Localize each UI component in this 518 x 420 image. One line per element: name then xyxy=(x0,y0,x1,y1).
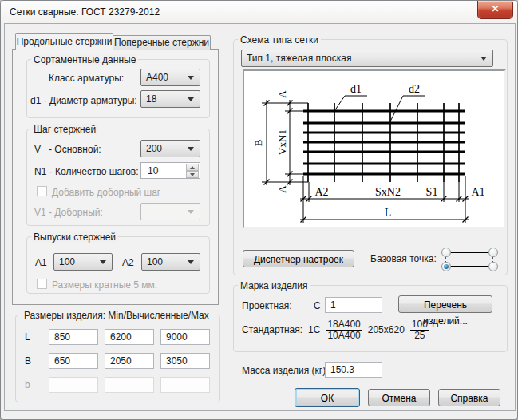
a1-combo[interactable]: 100 xyxy=(53,253,113,271)
dim-b-calc xyxy=(105,377,154,393)
group-step-title: Шаг стержней xyxy=(31,124,98,135)
n1-value: 10 xyxy=(148,165,158,176)
group-dimensions-title: Размеры изделия: Min/Вычисленные/Max xyxy=(22,310,212,321)
fraction-denominator: 25 xyxy=(410,331,429,341)
diagram-label-B: B xyxy=(252,139,264,146)
dim-b-max xyxy=(160,377,210,393)
dim-L-min[interactable] xyxy=(49,329,98,345)
group-scheme-title: Схема типа сетки xyxy=(238,34,321,46)
diagram-label-VxN1: VxN1 xyxy=(276,129,288,155)
d1-combo[interactable]: 18 xyxy=(140,90,200,108)
settings-manager-button[interactable]: Диспетчер настроек xyxy=(243,250,354,267)
base-point-radio-bottom-left[interactable] xyxy=(441,262,451,271)
a2-label: A2 xyxy=(122,257,134,268)
diagram-label-d1: d1 xyxy=(350,83,362,95)
diagram-label-d2: d2 xyxy=(409,83,420,95)
base-point-line-top xyxy=(451,252,489,253)
multiple5-checkbox xyxy=(37,279,47,289)
add-step-label: Добавить доборный шаг xyxy=(52,187,160,198)
mesh-diagram: d1 d2 xyxy=(244,71,504,227)
mesh-type-combo[interactable]: Тип 1, тяжелая плоская xyxy=(241,50,493,67)
ok-button[interactable]: ОК xyxy=(295,388,360,407)
chevron-down-icon xyxy=(188,210,194,214)
v-combo-value: 200 xyxy=(146,143,162,154)
d1-combo-value: 18 xyxy=(146,93,156,105)
project-label: Проектная: xyxy=(242,300,292,311)
v1-combo xyxy=(140,203,200,220)
class-combo-value: А400 xyxy=(146,72,168,83)
n1-label: N1 - Количество шагов: xyxy=(34,166,139,177)
help-button[interactable]: Справка xyxy=(438,389,500,406)
base-point-label: Базовая точка: xyxy=(370,253,437,264)
a1-label: A1 xyxy=(35,257,47,268)
group-mark-title: Марка изделия xyxy=(238,280,310,291)
standard-mark-line: Стандартная: 1С 18А400 10А400 205x620 10… xyxy=(242,319,429,341)
close-button[interactable]: ✕ xyxy=(477,1,513,19)
spin-up-icon[interactable] xyxy=(186,164,199,171)
fraction-numerator: 18А400 xyxy=(326,319,362,331)
group-sortament-title: Сортаментные данные xyxy=(31,54,138,65)
dim-L-max[interactable] xyxy=(160,329,210,345)
spin-down-icon[interactable] xyxy=(186,171,199,178)
project-mark-input[interactable] xyxy=(325,297,382,313)
diagram-panel: d1 d2 xyxy=(243,69,506,228)
v1-label: V1 - Доборный: xyxy=(34,207,103,218)
a2-combo-value: 100 xyxy=(147,256,163,267)
dim-B-calc[interactable] xyxy=(105,353,154,369)
d1-label: d1 - Диаметр арматуры: xyxy=(30,95,137,106)
n1-spinner[interactable]: 10 xyxy=(140,162,200,179)
mass-input[interactable] xyxy=(325,362,382,378)
chevron-down-icon xyxy=(100,260,106,264)
v-label: V - Основной: xyxy=(34,144,101,155)
chevron-down-icon xyxy=(188,97,194,101)
dim-B-max[interactable] xyxy=(160,353,210,369)
dim-L-calc[interactable] xyxy=(105,329,154,345)
standard-fraction-class: 18А400 10А400 xyxy=(326,319,362,341)
cancel-button[interactable]: Отмена xyxy=(368,389,430,406)
chevron-down-icon xyxy=(480,57,487,61)
diagram-label-A-top: A xyxy=(276,90,288,98)
diagram-label-L: L xyxy=(385,207,392,219)
window-title: Сетки сварные. ГОСТ 23279-2012 xyxy=(10,6,160,18)
dim-row-label: L xyxy=(25,331,30,343)
close-icon: ✕ xyxy=(491,3,499,14)
a2-combo[interactable]: 100 xyxy=(141,253,200,271)
diagram-label-A-bottom: A xyxy=(276,185,288,193)
chevron-down-icon xyxy=(188,147,194,151)
tab-transverse[interactable]: Поперечные стержни xyxy=(113,35,211,50)
dim-B-min[interactable] xyxy=(49,353,98,369)
diagram-label-SxN2: SxN2 xyxy=(375,186,401,198)
mass-label: Масса изделия (кг): xyxy=(242,365,329,376)
class-label: Класс арматуры: xyxy=(49,73,124,84)
v-combo[interactable]: 200 xyxy=(140,140,200,157)
product-list-button[interactable]: Перечень изделий... xyxy=(398,295,492,313)
project-prefix: C xyxy=(314,300,321,311)
a1-combo-value: 100 xyxy=(59,256,75,267)
dim-b-min xyxy=(49,377,98,393)
fraction-denominator: 10А400 xyxy=(326,331,362,341)
chevron-down-icon xyxy=(188,260,194,264)
standard-label: Стандартная: xyxy=(242,324,302,335)
add-step-checkbox xyxy=(37,186,47,196)
standard-size: 205x620 xyxy=(368,324,405,335)
chevron-down-icon xyxy=(188,76,194,80)
standard-fraction-outlets: 100 25 xyxy=(410,319,429,341)
diagram-label-A2: A2 xyxy=(314,186,328,198)
dialog-window: Сетки сварные. ГОСТ 23279-2012 ✕ Продоль… xyxy=(0,0,518,420)
titlebar: Сетки сварные. ГОСТ 23279-2012 ✕ xyxy=(1,1,517,23)
tab-longitudinal[interactable]: Продольные стержни xyxy=(15,33,113,50)
diagram-label-S1: S1 xyxy=(426,186,438,198)
base-point-radio-top-right[interactable] xyxy=(488,248,498,257)
base-point-line-bottom xyxy=(451,266,489,267)
base-point-radio-top-left[interactable] xyxy=(441,248,451,257)
mesh-type-value: Тип 1, тяжелая плоская xyxy=(247,53,351,64)
diagram-label-A1: A1 xyxy=(471,186,484,198)
dim-row-label: b xyxy=(25,379,30,390)
base-point-radio-bottom-right[interactable] xyxy=(488,262,498,271)
dim-row-label: B xyxy=(25,355,31,367)
multiple5-label: Размеры кратные 5 мм. xyxy=(52,279,157,291)
fraction-numerator: 100 xyxy=(410,319,429,331)
group-outlets-title: Выпуски стержней xyxy=(31,232,118,243)
class-combo[interactable]: А400 xyxy=(140,69,200,86)
standard-prefix: 1С xyxy=(308,324,320,335)
